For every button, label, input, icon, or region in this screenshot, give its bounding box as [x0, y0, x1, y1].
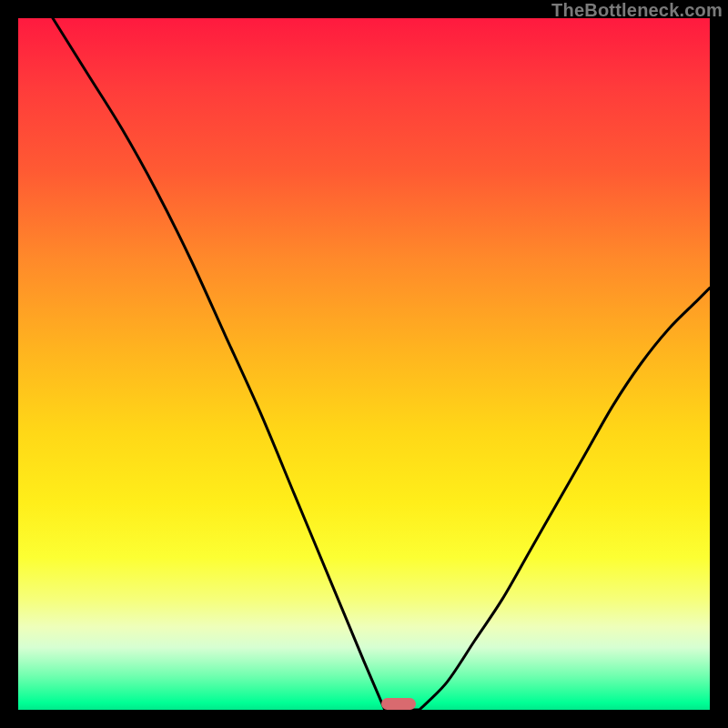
chart-frame: TheBottleneck.com — [0, 0, 728, 728]
watermark-text: TheBottleneck.com — [551, 0, 723, 21]
plot-area — [18, 18, 710, 710]
bottleneck-curve — [18, 18, 710, 710]
optimum-marker — [381, 698, 416, 710]
